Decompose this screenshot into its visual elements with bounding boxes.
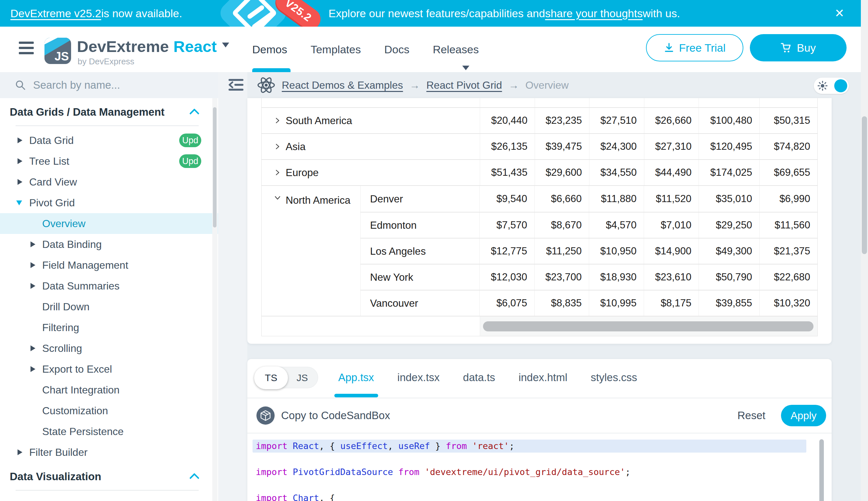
pivot-value-cell: $20,440: [480, 108, 535, 133]
pivot-cell: [262, 317, 480, 336]
chevron-down-icon[interactable]: [222, 43, 229, 47]
nav-item-templates[interactable]: Templates: [311, 43, 361, 56]
sidebar-item-data-summaries[interactable]: Data Summaries: [0, 276, 218, 296]
releases-chevron-down-icon[interactable]: [462, 66, 469, 70]
pivot-value-cell: $23,610: [644, 265, 699, 290]
expand-triangle-icon[interactable]: [31, 262, 35, 268]
language-toggle[interactable]: TS JS: [254, 367, 318, 388]
sun-icon: [818, 81, 827, 90]
chevron-down-icon[interactable]: [274, 194, 281, 201]
pivot-value-cell: $6,660: [534, 186, 589, 212]
pivot-row: New York$12,030$23,700$18,930$23,610$50,…: [360, 264, 817, 290]
search-input[interactable]: [33, 79, 189, 91]
file-tab-data-ts[interactable]: data.ts: [463, 371, 495, 384]
buy-label: Buy: [797, 42, 816, 54]
nav-item-docs[interactable]: Docs: [384, 43, 409, 56]
breadcrumb-item: Overview: [525, 79, 568, 91]
expand-triangle-icon[interactable]: [31, 345, 35, 351]
pivot-value-cell: $23,235: [535, 108, 589, 133]
toolbar-strip: [218, 72, 248, 501]
collapse-panel-icon[interactable]: [228, 78, 244, 93]
file-tab-index-tsx[interactable]: index.tsx: [397, 371, 440, 384]
breadcrumb-item[interactable]: React Pivot Grid: [426, 79, 502, 91]
file-tab-index-html[interactable]: index.html: [518, 371, 567, 384]
lang-tab-js[interactable]: JS: [287, 367, 318, 388]
sidebar-item-label: Pivot Grid: [29, 197, 75, 209]
sidebar-item-state-persistence[interactable]: State Persistence: [0, 421, 218, 442]
sidebar-item-filter-builder[interactable]: Filter Builder: [0, 442, 218, 463]
apply-button[interactable]: Apply: [781, 405, 826, 426]
expand-triangle-icon[interactable]: [18, 158, 22, 164]
sidebar-item-export-to-excel[interactable]: Export to Excel: [0, 359, 218, 380]
page-scrollbar-thumb[interactable]: [862, 116, 867, 254]
sidebar-item-tree-list[interactable]: Tree ListUpd: [0, 151, 218, 172]
share-your-thoughts-link[interactable]: share your thoughts: [545, 7, 643, 20]
pivot-value-cell: $8,670: [534, 213, 589, 238]
pivot-value-cell: $27,310: [644, 134, 699, 159]
region-label: Europe: [286, 167, 319, 179]
brand-title[interactable]: DevExtremeReact: [77, 38, 229, 55]
file-tab-app-tsx[interactable]: App.tsx: [338, 371, 374, 384]
pivot-value-cell: $6,075: [480, 290, 534, 316]
free-trial-button[interactable]: Free Trial: [646, 34, 743, 61]
collapse-triangle-icon[interactable]: [16, 201, 22, 205]
banner-close-icon[interactable]: ✕: [830, 0, 849, 26]
expand-triangle-icon[interactable]: [18, 179, 22, 185]
chevron-right-icon[interactable]: [274, 117, 281, 124]
lang-tab-ts[interactable]: TS: [254, 366, 288, 389]
buy-button[interactable]: Buy: [750, 34, 847, 61]
sidebar-item-data-grid[interactable]: Data GridUpd: [0, 130, 218, 151]
banner-release-link[interactable]: DevExtreme v25.2: [10, 7, 101, 20]
sidebar-item-customization[interactable]: Customization: [0, 400, 218, 421]
updated-badge: Upd: [179, 134, 201, 147]
sidebar-item-label: Data Binding: [42, 238, 102, 250]
sidebar-item-overview[interactable]: Overview: [0, 213, 218, 234]
breadcrumb-item[interactable]: React Demos & Examples: [282, 79, 403, 91]
sidebar-scrollbar-thumb[interactable]: [213, 107, 217, 227]
theme-toggle-knob[interactable]: [834, 79, 847, 92]
code-token: , {: [319, 441, 340, 451]
expand-triangle-icon[interactable]: [31, 366, 35, 372]
expand-triangle-icon[interactable]: [31, 283, 35, 289]
expand-triangle-icon[interactable]: [31, 242, 35, 247]
theme-toggle[interactable]: [814, 78, 849, 94]
codesandbox-icon[interactable]: [256, 406, 275, 425]
pivot-hscroll-row: [262, 316, 817, 336]
pivot-value-cell: $6,990: [759, 186, 817, 212]
sidebar-item-card-view[interactable]: Card View: [0, 172, 218, 192]
sidebar-item-scrolling[interactable]: Scrolling: [0, 338, 218, 359]
region-label: South America: [286, 115, 352, 127]
expand-triangle-icon[interactable]: [18, 137, 22, 143]
file-tab-styles-css[interactable]: styles.css: [591, 371, 637, 384]
chevron-right-icon[interactable]: [274, 169, 281, 176]
nav-item-demos[interactable]: Demos: [252, 43, 287, 56]
hamburger-menu-icon[interactable]: [19, 42, 34, 57]
pivot-hscrollbar-thumb[interactable]: [483, 321, 813, 331]
pivot-row: Europe$51,435$29,600$34,550$44,490$174,0…: [262, 159, 817, 185]
sidebar-item-pivot-grid[interactable]: Pivot Grid: [0, 192, 218, 213]
devextreme-js-logo[interactable]: JS: [44, 38, 71, 64]
sidebar-item-label: Data Grid: [29, 135, 74, 147]
reset-button[interactable]: Reset: [737, 398, 766, 433]
pivot-city-rows: Denver$9,540$6,660$11,880$11,520$35,010$…: [360, 186, 817, 316]
pivot-value-cell: $26,135: [480, 134, 535, 159]
sidebar-item-filtering[interactable]: Filtering: [0, 317, 218, 338]
code-scrollbar-thumb[interactable]: [819, 439, 824, 501]
pivot-row: Asia$26,135$39,475$24,300$27,310$120,495…: [262, 133, 817, 159]
section-label: Data Grids / Data Management: [10, 106, 165, 118]
logo-js-text: JS: [55, 50, 69, 63]
sidebar-section-header[interactable]: Data Grids / Data Management: [0, 98, 218, 126]
sidebar-section-header[interactable]: Data Visualization: [0, 463, 218, 491]
sidebar-item-drill-down[interactable]: Drill Down: [0, 296, 218, 317]
devextreme-demos-page: DevExtreme v25.2 is now available. V25.2…: [0, 0, 868, 501]
copy-to-codesandbox-button[interactable]: Copy to CodeSandBox: [281, 398, 390, 433]
sidebar-item-field-management[interactable]: Field Management: [0, 255, 218, 276]
chevron-right-icon[interactable]: [274, 143, 281, 150]
pivot-value-cell: $21,375: [759, 238, 817, 264]
brand-byline: by DevExpress: [78, 56, 134, 67]
expand-triangle-icon[interactable]: [18, 449, 22, 455]
sidebar-item-data-binding[interactable]: Data Binding: [0, 234, 218, 255]
sidebar-item-chart-integration[interactable]: Chart Integration: [0, 380, 218, 400]
code-editor[interactable]: import React, { useEffect, useRef } from…: [253, 440, 806, 501]
nav-item-releases[interactable]: Releases: [433, 43, 479, 56]
